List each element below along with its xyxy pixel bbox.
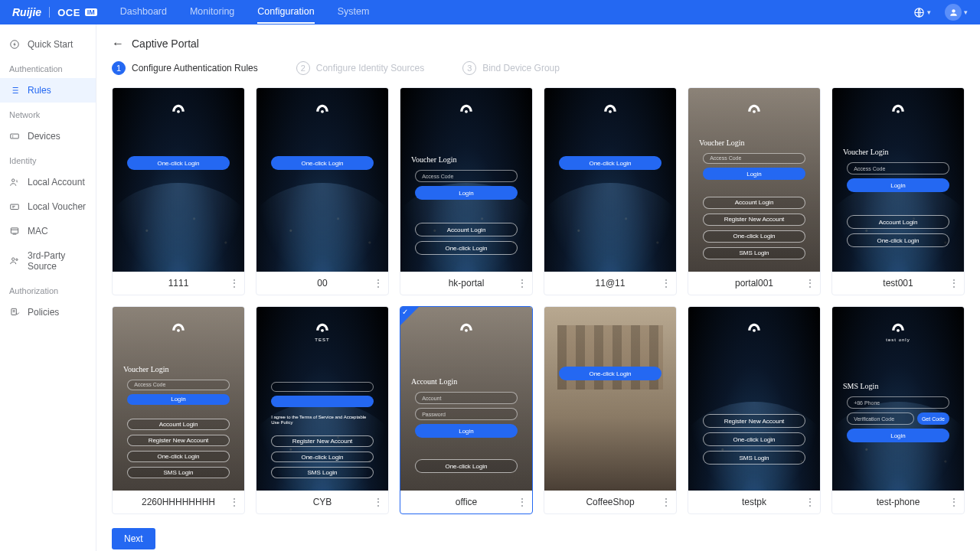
preview-button: One-click Login [559,156,662,170]
preview-input: Access Code [703,153,805,164]
more-icon[interactable]: ⋮ [517,277,528,289]
next-button[interactable]: Next [112,528,155,549]
more-icon[interactable]: ⋮ [805,277,815,289]
svg-point-17 [321,329,324,332]
user-menu[interactable]: ▾ [945,4,968,21]
preview-button: One-click Login [559,367,662,380]
nav-item-monitoring[interactable]: Monitoring [190,1,234,24]
preview-logo-icon [456,318,476,334]
card-footer: test001⋮ [832,272,964,295]
preview-input: Password [415,408,518,420]
nav-item-configuration[interactable]: Configuration [257,1,314,24]
portal-preview: test onlySMS Login+86 PhoneVerification … [832,307,964,491]
page-header: ← Captive Portal [112,37,965,51]
svg-point-11 [321,110,324,113]
wizard-step-1[interactable]: 1Configure Authentication Rules [112,61,258,75]
more-icon[interactable]: ⋮ [661,277,671,289]
globe-icon [913,7,925,18]
preview-button: Account Login [703,197,805,209]
brand-badge: IM [85,8,97,16]
more-icon[interactable]: ⋮ [517,496,528,508]
portal-card[interactable]: One-click LoginCoffeeShop⋮ [544,306,677,514]
sidebar-item-mac[interactable]: MAC [0,219,96,243]
preview-title: Voucher Login [120,365,169,373]
more-icon[interactable]: ⋮ [949,496,959,508]
preview-input: +86 Phone [847,396,949,409]
sidebar-group-authorization: Authorization [0,279,96,300]
preview-title: SMS Login [840,382,878,390]
svg-point-7 [12,258,15,261]
preview-title: Account Login [408,377,457,386]
preview-button: One-click Login [415,241,518,255]
more-icon[interactable]: ⋮ [373,496,384,508]
portal-card[interactable]: One-click Login00⋮ [256,87,389,295]
sidebar-item-3rd-party-source[interactable]: 3rd-Party Source [0,243,96,279]
preview-button: SMS Login [271,467,374,478]
nav-item-system[interactable]: System [338,1,370,24]
preview-button: Account Login [847,215,949,229]
portal-card[interactable]: One-click Login11@11⋮ [544,87,677,295]
preview-button: One-click Login [847,233,949,247]
sidebar-item-label: Local Account [28,177,85,187]
sidebar-item-label: 3rd-Party Source [28,250,87,272]
preview-getcode-button: Get Code [917,412,949,425]
preview-button: One-click Login [127,451,230,462]
preview-title: Voucher Login [696,139,745,147]
sidebar-item-policies[interactable]: Policies [0,300,96,324]
sidebar-item-rules[interactable]: Rules [0,78,96,103]
sidebar-item-local-account[interactable]: Local Account [0,170,96,194]
sidebar-item-local-voucher[interactable]: Local Voucher [0,194,96,219]
preview-button: One-click Login [271,452,374,463]
more-icon[interactable]: ⋮ [805,496,815,508]
more-icon[interactable]: ⋮ [229,496,240,508]
portal-name: portal001 [735,278,773,289]
step-label: Configure Identity Sources [316,63,424,73]
wizard-steps: 1Configure Authentication Rules2Configur… [112,61,965,75]
more-icon[interactable]: ⋮ [373,277,384,289]
portal-name: 11@11 [596,278,626,289]
portal-card[interactable]: Voucher LoginAccess CodeLoginAccount Log… [831,87,965,295]
svg-rect-3 [11,134,19,139]
sidebar-item-quick-start[interactable]: Quick Start [0,32,96,57]
preview-button: Login [415,186,518,200]
portal-name: test-phone [877,497,920,507]
back-arrow-icon[interactable]: ← [112,37,124,51]
svg-point-8 [16,259,18,260]
portal-preview: One-click Login [544,307,676,491]
wizard-step-3[interactable]: 3Bind Device Group [462,61,560,75]
selected-check-icon [400,307,419,325]
preview-input: Verification Code [847,412,914,425]
more-icon[interactable]: ⋮ [661,496,671,508]
preview-logo-icon [888,99,908,116]
preview-logo-icon [456,99,476,116]
preview-input: Access Code [127,380,230,390]
portal-preview: Voucher LoginAccess CodeLoginAccount Log… [400,88,532,272]
preview-button: SMS Login [127,467,230,478]
preview-logo-icon [168,318,188,334]
sidebar-item-devices[interactable]: Devices [0,124,96,148]
sidebar: Quick StartAuthenticationRulesNetworkDev… [0,24,96,551]
wizard-step-2[interactable]: 2Configure Identity Sources [296,61,424,75]
portal-card[interactable]: Voucher LoginAccess CodeLoginAccount Log… [688,87,821,295]
preview-button: Account Login [127,419,230,430]
portal-preview: TEST I agree to the Terms of Service and… [256,307,388,491]
svg-point-1 [952,9,955,12]
svg-point-12 [465,110,468,113]
preview-button: One-click Login [703,230,805,243]
language-switcher[interactable]: ▾ [913,7,931,18]
more-icon[interactable]: ⋮ [949,277,959,289]
portal-card[interactable]: Register New AccountOne-click LoginSMS L… [688,306,821,514]
sidebar-group-authentication: Authentication [0,57,96,78]
nav-item-dashboard[interactable]: Dashboard [120,1,167,24]
portal-card[interactable]: TEST I agree to the Terms of Service and… [256,306,389,514]
preview-button: Login [127,394,230,406]
more-icon[interactable]: ⋮ [229,277,240,289]
portal-card[interactable]: Account LoginAccountPasswordLoginOne-cli… [400,306,533,514]
brand-sub: OCE [57,7,80,18]
device-icon [9,131,20,142]
preview-button: Register New Account [127,435,230,446]
portal-card[interactable]: Voucher LoginAccess CodeLoginAccount Log… [112,306,245,514]
portal-card[interactable]: test onlySMS Login+86 PhoneVerification … [831,306,965,514]
portal-card[interactable]: Voucher LoginAccess CodeLoginAccount Log… [400,87,533,295]
portal-card[interactable]: One-click Login1111⋮ [112,87,245,295]
